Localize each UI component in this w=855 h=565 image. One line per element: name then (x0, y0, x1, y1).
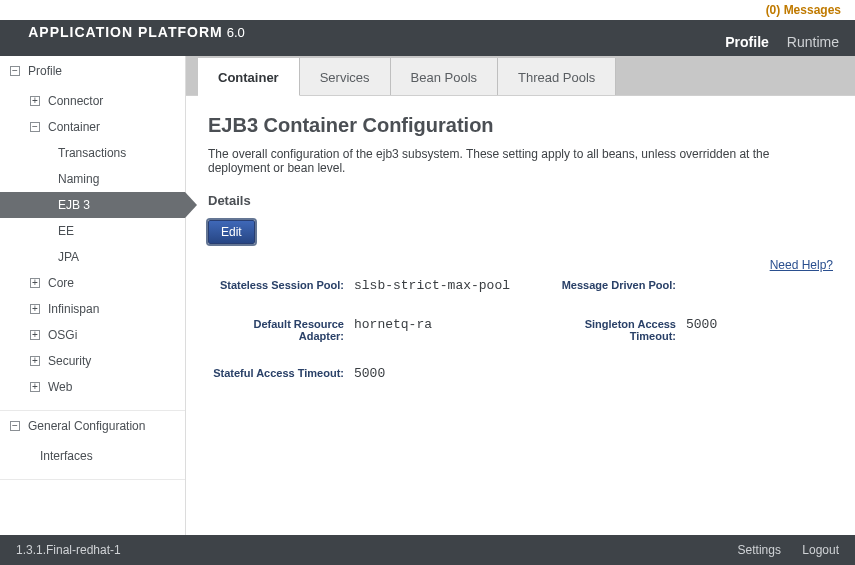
label-default-resource-adapter: Default Resource Adapter: (208, 318, 348, 342)
sidebar-item-label: Security (48, 354, 91, 368)
footer: 1.3.1.Final-redhat-1 Settings Logout (0, 535, 855, 565)
sidebar-item-osgi[interactable]: + OSGi (0, 322, 185, 348)
plus-icon: + (30, 356, 40, 366)
value-singleton-access-timeout: 5000 (686, 317, 786, 332)
sidebar-item-connector[interactable]: + Connector (0, 88, 185, 114)
sidebar-item-jpa[interactable]: JPA (0, 244, 185, 270)
tab-services[interactable]: Services (300, 58, 391, 95)
topnav-runtime[interactable]: Runtime (787, 34, 839, 50)
tab-bean-pools[interactable]: Bean Pools (391, 58, 499, 95)
footer-version: 1.3.1.Final-redhat-1 (16, 543, 121, 557)
label-message-driven-pool: Message Driven Pool: (540, 279, 680, 291)
tab-container[interactable]: Container (198, 58, 300, 96)
sidebar: − Profile + Connector − Container Transa… (0, 56, 186, 535)
sidebar-item-web[interactable]: + Web (0, 374, 185, 400)
sidebar-item-ejb3[interactable]: EJB 3 (0, 192, 185, 218)
page-title: EJB3 Container Configuration (208, 114, 833, 137)
plus-icon: + (30, 382, 40, 392)
sidebar-item-label: Container (48, 120, 100, 134)
minus-icon: − (10, 66, 20, 76)
value-stateful-access-timeout: 5000 (354, 366, 534, 381)
sidebar-item-label: Connector (48, 94, 103, 108)
label-stateful-access-timeout: Stateful Access Timeout: (208, 367, 348, 379)
topnav-profile[interactable]: Profile (725, 34, 769, 50)
sidebar-item-naming[interactable]: Naming (0, 166, 185, 192)
section-title-details: Details (208, 193, 833, 208)
sidebar-item-ee[interactable]: EE (0, 218, 185, 244)
sidebar-group-label: Profile (28, 64, 62, 78)
sidebar-group-general[interactable]: − General Configuration (0, 411, 185, 441)
plus-icon: + (30, 304, 40, 314)
plus-icon: + (30, 330, 40, 340)
sidebar-item-label: Core (48, 276, 74, 290)
label-singleton-access-timeout: Singleton Access Timeout: (540, 318, 680, 342)
page-description: The overall configuration of the ejb3 su… (208, 147, 788, 175)
sidebar-item-label: Interfaces (40, 449, 93, 463)
sidebar-item-container[interactable]: − Container (0, 114, 185, 140)
logo: JBOSS' ENTERPRISE APPLICATION PLATFORM6.… (12, 0, 245, 50)
app-header: JBOSS' ENTERPRISE APPLICATION PLATFORM6.… (0, 20, 855, 56)
details-form: Stateless Session Pool: slsb-strict-max-… (208, 278, 833, 381)
plus-icon: + (30, 96, 40, 106)
plus-icon: + (30, 278, 40, 288)
sidebar-group-profile[interactable]: − Profile (0, 56, 185, 86)
footer-logout-link[interactable]: Logout (802, 543, 839, 557)
top-nav: Profile Runtime (725, 34, 839, 50)
sidebar-item-transactions[interactable]: Transactions (0, 140, 185, 166)
messages-link[interactable]: (0) Messages (766, 3, 841, 17)
sidebar-item-label: Web (48, 380, 72, 394)
footer-settings-link[interactable]: Settings (738, 543, 781, 557)
minus-icon: − (30, 122, 40, 132)
sidebar-item-label: OSGi (48, 328, 77, 342)
logo-version: 6.0 (227, 25, 245, 40)
edit-button[interactable]: Edit (208, 220, 255, 244)
need-help-link[interactable]: Need Help? (770, 258, 833, 272)
tabs-strip: Container Services Bean Pools Thread Poo… (186, 56, 855, 96)
sidebar-item-interfaces[interactable]: Interfaces (0, 443, 185, 469)
logo-line1: JBOSS' ENTERPRISE (12, 5, 245, 14)
value-stateless-session-pool: slsb-strict-max-pool (354, 278, 534, 293)
tab-thread-pools[interactable]: Thread Pools (498, 58, 616, 95)
main-panel: EJB3 Container Configuration The overall… (186, 96, 855, 399)
sidebar-group-label: General Configuration (28, 419, 145, 433)
sidebar-item-security[interactable]: + Security (0, 348, 185, 374)
sidebar-item-infinispan[interactable]: + Infinispan (0, 296, 185, 322)
minus-icon: − (10, 421, 20, 431)
value-default-resource-adapter: hornetq-ra (354, 317, 534, 332)
logo-line2: APPLICATION PLATFORM (28, 25, 222, 39)
sidebar-item-label: Infinispan (48, 302, 99, 316)
label-stateless-session-pool: Stateless Session Pool: (208, 279, 348, 291)
sidebar-item-core[interactable]: + Core (0, 270, 185, 296)
